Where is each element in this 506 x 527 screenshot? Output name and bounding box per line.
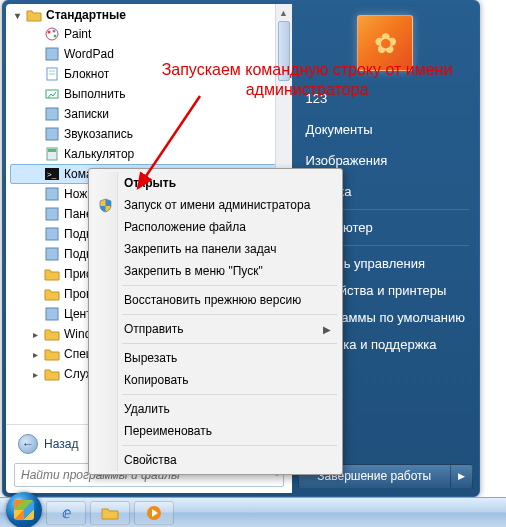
svg-point-2 (53, 30, 56, 33)
uac-shield-icon (98, 198, 113, 213)
right-panel-link[interactable]: Документы (298, 116, 473, 143)
chevron-right-icon: ▸ (30, 329, 40, 340)
program-item[interactable]: Блокнот (10, 64, 292, 84)
context-menu-item[interactable]: Копировать (92, 369, 339, 391)
context-menu-item-label: Копировать (124, 373, 189, 387)
context-menu-separator (122, 394, 337, 395)
chevron-right-icon: ▸ (30, 369, 40, 380)
context-menu-item-label: Переименовать (124, 424, 212, 438)
paint-icon (44, 26, 60, 42)
context-menu: ОткрытьЗапуск от имени администратораРас… (88, 168, 343, 475)
context-menu-item[interactable]: Закрепить в меню "Пуск" (92, 260, 339, 282)
folder-icon (44, 366, 60, 382)
context-menu-item-label: Свойства (124, 453, 177, 467)
svg-rect-12 (48, 149, 56, 152)
shutdown-menu-arrow[interactable]: ▶ (450, 465, 472, 487)
context-menu-item-label: Расположение файла (124, 220, 246, 234)
svg-rect-15 (46, 188, 58, 200)
submenu-arrow-icon: ▶ (323, 324, 331, 335)
run-icon (44, 86, 60, 102)
svg-point-3 (54, 35, 57, 38)
program-item-label: Записки (64, 107, 109, 121)
folder-icon (44, 346, 60, 362)
mobility-icon (44, 306, 60, 322)
svg-rect-4 (46, 48, 58, 60)
program-item-label: WordPad (64, 47, 114, 61)
svg-text:>_: >_ (47, 170, 57, 179)
program-item[interactable]: WordPad (10, 44, 292, 64)
chevron-down-icon: ▾ (12, 10, 22, 21)
context-menu-separator (122, 314, 337, 315)
start-orb[interactable] (6, 492, 42, 528)
context-menu-separator (122, 285, 337, 286)
program-item-label: Калькулятор (64, 147, 134, 161)
cmd-icon: >_ (44, 166, 60, 182)
context-menu-item[interactable]: Вырезать (92, 347, 339, 369)
wordpad-icon (44, 46, 60, 62)
taskbar-media-player-button[interactable] (134, 501, 174, 525)
svg-rect-17 (46, 228, 58, 240)
folder-icon (44, 326, 60, 342)
svg-point-1 (48, 31, 51, 34)
svg-rect-10 (46, 128, 58, 140)
context-menu-item[interactable]: Расположение файла (92, 216, 339, 238)
program-item[interactable]: Выполнить (10, 84, 292, 104)
program-item[interactable]: Paint (10, 24, 292, 44)
explorer-icon (44, 286, 60, 302)
back-label: Назад (44, 437, 78, 451)
context-menu-item[interactable]: Закрепить на панели задач (92, 238, 339, 260)
context-menu-item-label: Закрепить на панели задач (124, 242, 276, 256)
context-menu-item-label: Отправить (124, 322, 184, 336)
context-menu-item[interactable]: Удалить (92, 398, 339, 420)
folder-icon (26, 7, 42, 23)
program-item-label: Блокнот (64, 67, 109, 81)
program-item[interactable]: Записки (10, 104, 292, 124)
context-menu-item[interactable]: Отправить▶ (92, 318, 339, 340)
proj-icon (44, 246, 60, 262)
svg-rect-18 (46, 248, 58, 260)
taskbar: ⅇ (0, 497, 506, 527)
explorer-icon (44, 266, 60, 282)
program-item[interactable]: Калькулятор (10, 144, 292, 164)
context-menu-item-label: Открыть (124, 176, 176, 190)
svg-rect-19 (46, 308, 58, 320)
sound-icon (44, 126, 60, 142)
tree-folder-header[interactable]: ▾ Стандартные (10, 6, 292, 24)
context-menu-item[interactable]: Запуск от имени администратора (92, 194, 339, 216)
sticky-icon (44, 106, 60, 122)
context-menu-separator (122, 343, 337, 344)
svg-point-0 (46, 28, 58, 40)
context-menu-item-label: Закрепить в меню "Пуск" (124, 264, 263, 278)
svg-rect-9 (46, 108, 58, 120)
scroll-thumb[interactable] (278, 21, 290, 81)
context-menu-item[interactable]: Переименовать (92, 420, 339, 442)
user-avatar[interactable] (357, 15, 413, 71)
tablet-icon (44, 206, 60, 222)
notepad-icon (44, 66, 60, 82)
context-menu-item-label: Вырезать (124, 351, 177, 365)
svg-rect-16 (46, 208, 58, 220)
taskbar-ie-button[interactable]: ⅇ (46, 501, 86, 525)
scroll-up-button[interactable]: ▲ (276, 4, 292, 21)
snip-icon (44, 186, 60, 202)
calc-icon (44, 146, 60, 162)
program-item-label: Звукозапись (64, 127, 133, 141)
context-menu-item[interactable]: Открыть (92, 172, 339, 194)
tree-folder-label: Стандартные (46, 8, 126, 22)
rdp-icon (44, 226, 60, 242)
program-item[interactable]: Звукозапись (10, 124, 292, 144)
context-menu-item[interactable]: Восстановить прежнюю версию (92, 289, 339, 311)
program-item-label: Paint (64, 27, 91, 41)
svg-rect-8 (46, 90, 58, 98)
back-arrow-icon: ← (18, 434, 38, 454)
context-menu-item-label: Удалить (124, 402, 170, 416)
context-menu-item-label: Восстановить прежнюю версию (124, 293, 301, 307)
context-menu-separator (122, 445, 337, 446)
program-item-label: Выполнить (64, 87, 126, 101)
context-menu-item[interactable]: Свойства (92, 449, 339, 471)
username-link[interactable]: 123 (298, 85, 473, 112)
chevron-right-icon: ▸ (30, 349, 40, 360)
taskbar-explorer-button[interactable] (90, 501, 130, 525)
context-menu-item-label: Запуск от имени администратора (124, 198, 310, 212)
